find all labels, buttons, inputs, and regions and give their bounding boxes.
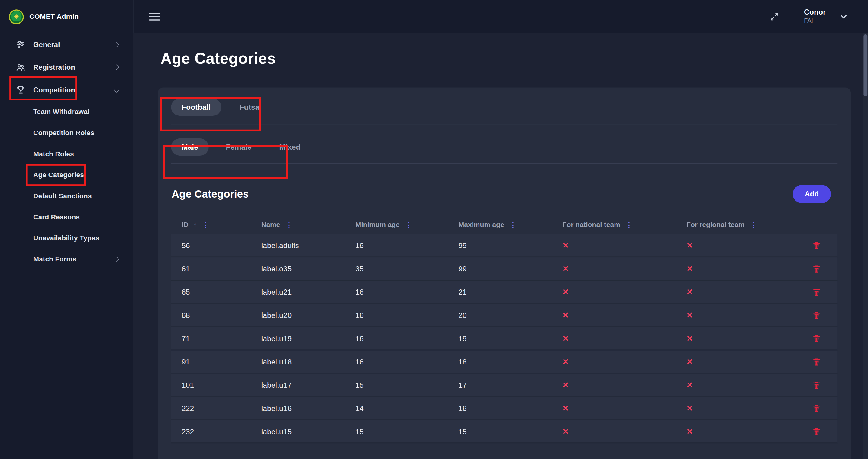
cell-min-age: 16 bbox=[345, 334, 448, 342]
sidebar-item-unavailability-types[interactable]: Unavailability Types bbox=[0, 227, 133, 249]
column-menu-icon[interactable]: ⋮ bbox=[202, 221, 210, 229]
table-row[interactable]: 101 label.u17 15 17 ✕ ✕ bbox=[171, 374, 837, 397]
sidebar-subitem-label: Default Sanctions bbox=[33, 192, 92, 200]
sidebar-item-default-sanctions[interactable]: Default Sanctions bbox=[0, 186, 133, 207]
sidebar-item-general[interactable]: General bbox=[0, 33, 133, 56]
column-header-regional-team[interactable]: For regional team ⋮ bbox=[676, 221, 796, 229]
regional-team-false-icon: ✕ bbox=[676, 334, 796, 343]
sidebar-item-team-withdrawal[interactable]: Team Withdrawal bbox=[0, 101, 133, 122]
page-title: Age Categories bbox=[160, 50, 851, 68]
delete-icon[interactable] bbox=[812, 287, 837, 297]
hamburger-menu-icon[interactable] bbox=[149, 12, 160, 20]
delete-icon[interactable] bbox=[812, 403, 837, 413]
column-header-maximum-age[interactable]: Maximum age ⋮ bbox=[448, 221, 552, 229]
cell-name: label.u17 bbox=[251, 381, 345, 389]
national-team-false-icon: ✕ bbox=[552, 334, 676, 343]
delete-icon[interactable] bbox=[812, 241, 837, 250]
delete-icon[interactable] bbox=[812, 264, 837, 273]
delete-icon[interactable] bbox=[812, 380, 837, 390]
topbar: Conor FAI bbox=[133, 0, 868, 33]
add-button[interactable]: Add bbox=[793, 185, 831, 203]
table-row[interactable]: 232 label.u15 15 15 ✕ ✕ bbox=[171, 420, 837, 443]
regional-team-false-icon: ✕ bbox=[676, 264, 796, 273]
table-row[interactable]: 91 label.u18 16 18 ✕ ✕ bbox=[171, 350, 837, 374]
section-header: Age Categories Add bbox=[171, 185, 837, 203]
cell-id: 65 bbox=[171, 288, 251, 296]
table-row[interactable]: 65 label.u21 16 21 ✕ ✕ bbox=[171, 281, 837, 304]
delete-icon[interactable] bbox=[812, 357, 837, 366]
column-header-national-team[interactable]: For national team ⋮ bbox=[552, 221, 676, 229]
chevron-right-icon bbox=[114, 42, 119, 47]
cell-min-age: 14 bbox=[345, 404, 448, 412]
age-categories-card: Football Futsal Male Female Mixed Age Ca… bbox=[158, 88, 851, 459]
scrollbar-track[interactable] bbox=[863, 33, 868, 459]
sidebar-item-label: Competition bbox=[33, 86, 75, 94]
sidebar-item-card-reasons[interactable]: Card Reasons bbox=[0, 206, 133, 227]
cell-name: label.u21 bbox=[251, 288, 345, 296]
column-menu-icon[interactable]: ⋮ bbox=[285, 221, 293, 229]
sidebar-item-competition-roles[interactable]: Competition Roles bbox=[0, 122, 133, 144]
cell-id: 91 bbox=[171, 358, 251, 366]
table-row[interactable]: 68 label.u20 16 20 ✕ ✕ bbox=[171, 304, 837, 327]
cell-name: label.u18 bbox=[251, 358, 345, 366]
national-team-false-icon: ✕ bbox=[552, 287, 676, 296]
trophy-icon bbox=[16, 85, 25, 95]
sidebar-subitem-label: Age Categories bbox=[33, 171, 84, 179]
cell-name: label.u20 bbox=[251, 311, 345, 319]
sidebar-subitem-label: Card Reasons bbox=[33, 213, 80, 221]
chevron-down-icon bbox=[840, 12, 847, 19]
sidebar-item-age-categories[interactable]: Age Categories bbox=[0, 164, 133, 186]
sidebar-item-match-forms[interactable]: Match Forms bbox=[0, 249, 133, 270]
brand-title: COMET Admin bbox=[29, 13, 79, 21]
chevron-down-icon bbox=[114, 87, 119, 93]
cell-max-age: 21 bbox=[448, 288, 552, 296]
tab-football[interactable]: Football bbox=[171, 98, 221, 116]
sidebar-subitem-label: Unavailability Types bbox=[33, 234, 99, 242]
table-row[interactable]: 222 label.u16 14 16 ✕ ✕ bbox=[171, 397, 837, 420]
scrollbar-thumb[interactable] bbox=[864, 34, 867, 96]
cell-name: label.o35 bbox=[251, 265, 345, 273]
sidebar-item-match-roles[interactable]: Match Roles bbox=[0, 144, 133, 165]
regional-team-false-icon: ✕ bbox=[676, 380, 796, 389]
national-team-false-icon: ✕ bbox=[552, 404, 676, 412]
regional-team-false-icon: ✕ bbox=[676, 357, 796, 366]
cell-max-age: 99 bbox=[448, 241, 552, 249]
tab-female[interactable]: Female bbox=[215, 139, 262, 156]
sidebar-item-competition[interactable]: Competition bbox=[0, 79, 133, 101]
delete-icon[interactable] bbox=[812, 427, 837, 436]
user-meta: Conor FAI bbox=[804, 8, 826, 25]
column-header-id[interactable]: ID ↑ ⋮ bbox=[171, 221, 251, 229]
user-menu[interactable]: Conor FAI bbox=[804, 8, 846, 25]
column-menu-icon[interactable]: ⋮ bbox=[625, 221, 633, 229]
tab-male[interactable]: Male bbox=[171, 139, 209, 156]
cell-min-age: 15 bbox=[345, 381, 448, 389]
chevron-right-icon bbox=[114, 65, 119, 70]
tab-futsal[interactable]: Futsal bbox=[229, 98, 272, 116]
divider bbox=[171, 124, 837, 124]
cell-min-age: 16 bbox=[345, 311, 448, 319]
column-menu-icon[interactable]: ⋮ bbox=[405, 221, 412, 229]
cell-id: 61 bbox=[171, 265, 251, 273]
fullscreen-icon[interactable] bbox=[770, 11, 779, 22]
user-org: FAI bbox=[804, 17, 826, 25]
cell-id: 222 bbox=[171, 404, 251, 412]
column-header-minimum-age[interactable]: Minimum age ⋮ bbox=[345, 221, 448, 229]
cell-max-age: 18 bbox=[448, 358, 552, 366]
column-menu-icon[interactable]: ⋮ bbox=[509, 221, 517, 229]
sidebar-subitem-label: Competition Roles bbox=[33, 129, 94, 137]
table-row[interactable]: 56 label.adults 16 99 ✕ ✕ bbox=[171, 234, 837, 257]
table-row[interactable]: 71 label.u19 16 19 ✕ ✕ bbox=[171, 327, 837, 350]
sidebar-item-registration[interactable]: Registration bbox=[0, 56, 133, 79]
sidebar-subitem-label: Team Withdrawal bbox=[33, 108, 89, 116]
cell-max-age: 20 bbox=[448, 311, 552, 319]
delete-icon[interactable] bbox=[812, 334, 837, 343]
sort-asc-icon: ↑ bbox=[193, 221, 197, 229]
column-header-name[interactable]: Name ⋮ bbox=[251, 221, 345, 229]
tab-mixed[interactable]: Mixed bbox=[269, 139, 311, 156]
sidebar-item-label: Registration bbox=[33, 63, 75, 71]
column-menu-icon[interactable]: ⋮ bbox=[750, 221, 757, 229]
sidebar: ✳ COMET Admin General bbox=[0, 0, 133, 459]
delete-icon[interactable] bbox=[812, 310, 837, 320]
sidebar-header: ✳ COMET Admin bbox=[0, 0, 133, 33]
table-row[interactable]: 61 label.o35 35 99 ✕ ✕ bbox=[171, 257, 837, 281]
